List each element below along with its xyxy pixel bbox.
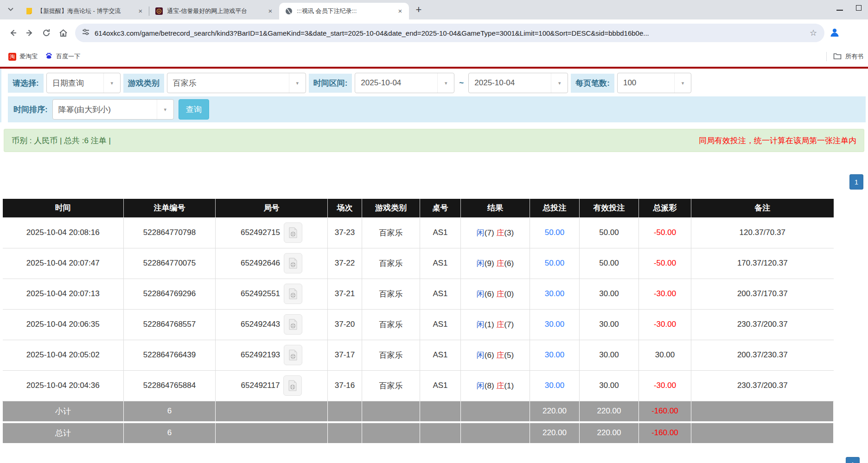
window-minimize-icon[interactable] (836, 5, 843, 12)
browser-tab-1[interactable]: 【新提醒】海燕论坛 - 博学交流 × (19, 3, 149, 19)
profile-avatar-icon[interactable] (829, 27, 840, 39)
bet-no-cell: 522864768557 (124, 309, 216, 340)
table-row: 2025-10-04 20:05:02 522864766439 6524921… (3, 340, 834, 370)
time-sort-value: 降幂(由大到小) (53, 104, 157, 115)
total-bet-cell[interactable]: 50.00 (530, 217, 580, 248)
query-type-value: 日期查询 (47, 78, 103, 89)
search-button[interactable]: 查询 (179, 99, 209, 120)
filter-row-1: 请选择: 日期查询 ▾ 游戏类别 百家乐 ▾ 时间区间: 2025-10-04 … (8, 72, 868, 94)
video-record-icon (288, 227, 298, 238)
back-icon[interactable] (5, 25, 21, 41)
globe-favicon-icon (285, 7, 293, 15)
game-kind-value: 百家乐 (167, 78, 289, 89)
round-video-button[interactable] (283, 375, 302, 396)
payout-cell: -30.00 (639, 370, 691, 401)
game-kind-select[interactable]: 百家乐 ▾ (167, 73, 306, 93)
session-cell: 37-16 (328, 370, 362, 401)
bookmarks-bar: 淘 爱淘宝 百度一下 所有书 (0, 46, 868, 67)
round-video-button[interactable] (284, 284, 302, 304)
total-valid: 220.00 (580, 423, 639, 443)
time-cell: 2025-10-04 20:04:36 (3, 370, 124, 401)
url-text[interactable]: 614oxkc3.com/game/betrecord_search/kind3… (95, 29, 807, 37)
game-kind-cell: 百家乐 (362, 309, 420, 340)
browser-window: 【新提醒】海燕论坛 - 博学交流 × 通宝-信誉最好的网上游戏平台 × :::视… (0, 0, 868, 463)
page-1-button[interactable]: 1 (849, 174, 863, 190)
chevron-down-icon: ▾ (103, 73, 120, 93)
time-sort-select[interactable]: 降幂(由大到小) ▾ (52, 99, 174, 120)
time-cell: 2025-10-04 20:06:35 (3, 309, 124, 340)
tab-search-chevron-icon[interactable] (3, 2, 19, 18)
payout-cell: -30.00 (639, 309, 691, 340)
site-controls-icon[interactable] (82, 28, 90, 38)
round-video-button[interactable] (284, 345, 302, 365)
bookmark-star-icon[interactable]: ☆ (807, 28, 820, 38)
game-kind-cell: 百家乐 (362, 279, 420, 309)
game-kind-label: 游戏类别 (123, 74, 164, 93)
date-start-select[interactable]: 2025-10-04 ▾ (355, 73, 454, 93)
browser-tab-active[interactable]: :::视讯 会员下注纪录::: × (279, 3, 409, 19)
game-kind-cell: 百家乐 (362, 248, 420, 279)
tab-close-icon[interactable]: × (395, 6, 405, 16)
per-page-value: 100 (618, 78, 674, 88)
bet-no-cell: 522864765884 (124, 370, 216, 401)
new-tab-button[interactable]: + (412, 3, 426, 17)
total-bet-cell[interactable]: 30.00 (530, 309, 580, 340)
all-bookmarks-label[interactable]: 所有书 (845, 52, 863, 61)
video-record-icon (288, 349, 298, 361)
baidu-paw-icon (45, 52, 53, 61)
table-no-cell: AS1 (420, 309, 461, 340)
bet-no-cell: 522864770075 (124, 248, 216, 279)
chevron-down-icon: ▾ (674, 73, 691, 93)
tab-title: 通宝-信誉最好的网上游戏平台 (167, 7, 265, 15)
bookmark-aitaobao[interactable]: 淘 爱淘宝 (5, 50, 41, 63)
bookmark-label: 百度一下 (56, 52, 80, 61)
note-cell: 230.37/200.37 (691, 309, 834, 340)
session-cell: 37-20 (328, 309, 362, 340)
total-bet-cell[interactable]: 30.00 (530, 340, 580, 370)
col-payout: 总派彩 (639, 199, 691, 217)
table-no-cell: AS1 (420, 248, 461, 279)
tab-strip: 【新提醒】海燕论坛 - 博学交流 × 通宝-信誉最好的网上游戏平台 × :::视… (0, 0, 868, 19)
per-page-label: 每页笔数: (571, 74, 614, 93)
window-maximize-icon[interactable] (856, 5, 862, 12)
round-video-button[interactable] (284, 314, 302, 335)
note-cell: 200.37/170.37 (691, 279, 834, 309)
bookmark-baidu[interactable]: 百度一下 (41, 50, 84, 63)
round-video-button[interactable] (284, 222, 302, 243)
tab-close-icon[interactable]: × (265, 6, 275, 16)
bookmark-label: 爱淘宝 (19, 52, 38, 61)
forward-icon[interactable] (21, 25, 38, 41)
subtotal-valid: 220.00 (580, 401, 639, 421)
date-end-select[interactable]: 2025-10-04 ▾ (468, 73, 568, 93)
note-cell: 200.37/230.37 (691, 340, 834, 370)
time-cell: 2025-10-04 20:08:16 (3, 217, 124, 248)
total-bet-cell[interactable]: 30.00 (530, 370, 580, 401)
maroon-emblem-favicon-icon (155, 7, 163, 15)
time-cell: 2025-10-04 20:07:13 (3, 279, 124, 309)
url-bar[interactable]: 614oxkc3.com/game/betrecord_search/kind3… (75, 24, 824, 42)
time-cell: 2025-10-04 20:05:02 (3, 340, 124, 370)
note-cell: 230.37/200.37 (691, 370, 834, 401)
total-label: 总计 (3, 423, 124, 443)
total-bet-cell[interactable]: 50.00 (530, 248, 580, 279)
reload-icon[interactable] (38, 25, 55, 41)
chevron-down-icon: ▾ (437, 73, 454, 93)
tab-close-icon[interactable]: × (135, 6, 146, 16)
page-1-button-bottom[interactable]: 1 (846, 457, 860, 463)
browser-tab-2[interactable]: 通宝-信誉最好的网上游戏平台 × (149, 3, 279, 19)
result-cell: 闲(1) 庄(7) (461, 309, 530, 340)
total-bet-cell[interactable]: 30.00 (530, 279, 580, 309)
game-kind-cell: 百家乐 (362, 370, 420, 401)
col-valid-bet: 有效投注 (580, 199, 639, 217)
query-type-select[interactable]: 日期查询 ▾ (46, 73, 121, 93)
home-icon[interactable] (55, 25, 71, 41)
table-row: 2025-10-04 20:06:35 522864768557 6524924… (3, 309, 834, 340)
summary-bar: 币别 : 人民币 | 总共 :6 注单 | 同局有效投注，统一计算在该局第一张注… (4, 129, 864, 152)
per-page-select[interactable]: 100 ▾ (617, 73, 691, 93)
round-no-cell: 652492646 (216, 248, 328, 279)
round-video-button[interactable] (284, 253, 302, 273)
table-header: 时间 注单编号 局号 场次 游戏类别 桌号 结果 总投注 有效投注 总派彩 备注 (3, 199, 834, 217)
subtotal-count: 6 (124, 401, 216, 421)
session-cell: 37-21 (328, 279, 362, 309)
round-no: 652492117 (241, 381, 280, 390)
